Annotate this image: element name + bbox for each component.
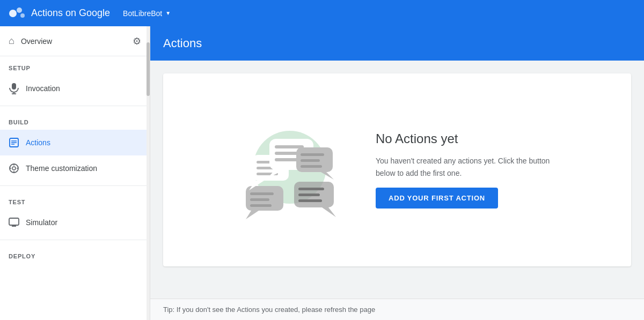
- project-name: BotLibreBot: [123, 9, 162, 18]
- microphone-icon: [9, 83, 19, 94]
- content-body: No Actions yet You haven't created any a…: [150, 61, 644, 299]
- test-section-label: TEST: [0, 190, 150, 210]
- logo-icon: [9, 6, 26, 21]
- dropdown-arrow-icon: ▼: [165, 10, 171, 16]
- divider-3: [0, 240, 150, 240]
- content-header: Actions: [150, 26, 644, 61]
- divider-1: [0, 106, 150, 106]
- build-section-label: BUILD: [0, 110, 150, 130]
- scrollbar-thumb[interactable]: [147, 42, 150, 96]
- theme-label: Theme customization: [26, 164, 97, 173]
- svg-rect-23: [250, 198, 269, 201]
- project-selector[interactable]: BotLibreBot ▼: [123, 9, 171, 18]
- svg-rect-42: [298, 188, 324, 190]
- overview-left: ⌂ Overview: [9, 35, 52, 47]
- main-layout: ⌂ Overview ⚙ SETUP Invocation BUILD: [0, 26, 644, 320]
- sidebar-item-actions[interactable]: Actions: [0, 130, 150, 155]
- svg-marker-21: [246, 211, 259, 219]
- scrollbar-track: [147, 26, 150, 320]
- svg-point-0: [9, 10, 17, 17]
- app-title: Actions on Google: [31, 8, 110, 19]
- sidebar: ⌂ Overview ⚙ SETUP Invocation BUILD: [0, 26, 150, 320]
- empty-state-title: No Actions yet: [376, 131, 558, 146]
- svg-rect-16: [9, 218, 19, 225]
- empty-state-content: No Actions yet You haven't created any a…: [376, 131, 558, 209]
- sidebar-item-theme[interactable]: Theme customization: [0, 155, 150, 181]
- top-header: Actions on Google BotLibreBot ▼: [0, 0, 644, 26]
- gear-icon[interactable]: ⚙: [133, 35, 141, 47]
- actions-label: Actions: [26, 138, 50, 147]
- page-title: Actions: [163, 36, 202, 50]
- empty-state-desc: You haven't created any actions yet. Cli…: [376, 155, 558, 179]
- svg-rect-24: [250, 204, 272, 207]
- divider-2: [0, 185, 150, 186]
- svg-point-11: [12, 167, 16, 170]
- add-first-action-button[interactable]: ADD YOUR FIRST ACTION: [376, 188, 498, 209]
- sidebar-item-invocation[interactable]: Invocation: [0, 76, 150, 101]
- deploy-section-label: DEPLOY: [0, 244, 150, 264]
- setup-section-label: SETUP: [0, 56, 150, 76]
- sidebar-item-simulator[interactable]: Simulator: [0, 210, 150, 235]
- logo-area: Actions on Google: [9, 6, 110, 21]
- tip-bar: Tip: If you don't see the Actions you cr…: [150, 299, 644, 320]
- theme-icon: [9, 163, 19, 174]
- svg-rect-43: [298, 194, 320, 196]
- bubbles-illustration: [236, 116, 343, 224]
- svg-rect-33: [275, 152, 298, 155]
- actions-icon: [9, 138, 19, 147]
- simulator-label: Simulator: [26, 218, 57, 227]
- svg-rect-3: [12, 83, 16, 90]
- svg-marker-41: [322, 207, 336, 217]
- overview-label: Overview: [21, 37, 52, 46]
- tip-text: Tip: If you don't see the Actions you cr…: [163, 306, 375, 314]
- empty-state-card: No Actions yet You haven't created any a…: [163, 73, 631, 266]
- svg-rect-38: [301, 159, 320, 162]
- svg-point-2: [20, 13, 25, 18]
- svg-rect-22: [250, 192, 274, 195]
- svg-rect-44: [298, 199, 322, 202]
- invocation-label: Invocation: [26, 84, 60, 93]
- svg-rect-39: [301, 165, 322, 168]
- sidebar-item-overview[interactable]: ⌂ Overview ⚙: [0, 26, 150, 56]
- svg-rect-37: [301, 153, 324, 156]
- svg-point-1: [17, 8, 22, 13]
- home-icon: ⌂: [9, 35, 14, 47]
- simulator-icon: [9, 218, 19, 227]
- content-area: Actions: [150, 26, 644, 320]
